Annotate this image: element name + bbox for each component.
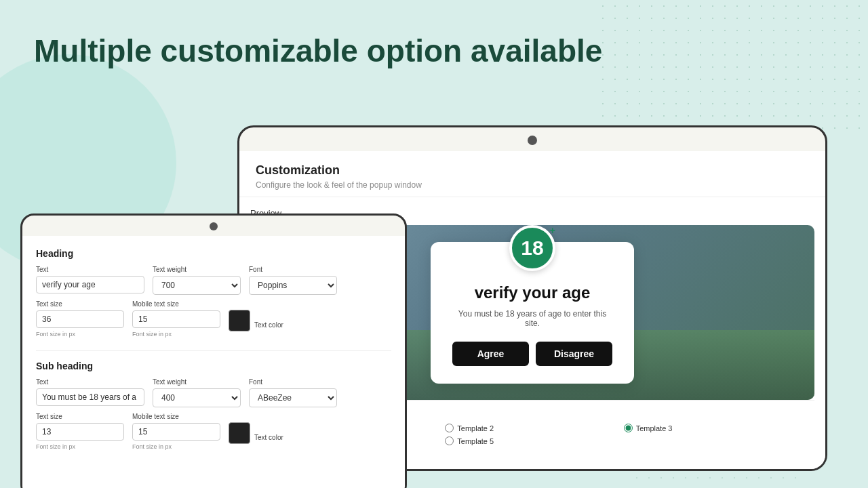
subheading-mobile-size-hint: Font size in px xyxy=(132,443,220,450)
heading-size-label: Text size xyxy=(36,300,124,308)
heading-text-input[interactable] xyxy=(36,276,144,293)
tablet-front-screen: Heading Text Text weight 400 700 800 Fon… xyxy=(22,236,405,488)
subheading-color-label: Text color xyxy=(254,434,283,441)
heading-weight-group: Text weight 400 700 800 xyxy=(153,266,241,295)
subheading-font-label: Font xyxy=(249,378,337,386)
customization-title: Customization xyxy=(256,163,809,178)
customization-header: Customization Configure the look & feel … xyxy=(239,151,825,197)
heading-section-title: Heading xyxy=(36,248,391,259)
agree-button[interactable]: Agree xyxy=(452,342,529,366)
heading-font-group: Font Poppins Roboto Arial xyxy=(249,266,337,295)
subheading-weight-select[interactable]: 300 400 500 xyxy=(153,388,241,407)
template2-label: Template 2 xyxy=(457,424,494,432)
heading-size-group: Text size Font size in px xyxy=(36,300,124,338)
tablet-front: Heading Text Text weight 400 700 800 Fon… xyxy=(20,214,407,488)
heading-mobile-size-input[interactable] xyxy=(132,310,220,328)
radio-template5[interactable] xyxy=(445,436,454,445)
section-divider xyxy=(36,350,391,351)
subheading-text-label: Text xyxy=(36,378,144,386)
subheading-weight-label: Text weight xyxy=(153,378,241,386)
subheading-color-swatch[interactable] xyxy=(229,422,250,444)
subheading-mobile-size-input[interactable] xyxy=(132,423,220,441)
heading-row-2: Text size Font size in px Mobile text si… xyxy=(36,300,391,341)
template5-label: Template 5 xyxy=(457,437,494,445)
subheading-text-group: Text xyxy=(36,378,144,406)
heading-mobile-size-group: Mobile text size Font size in px xyxy=(132,300,220,338)
subheading-size-hint: Font size in px xyxy=(36,443,124,450)
heading-weight-label: Text weight xyxy=(153,266,241,273)
radio-template2[interactable] xyxy=(445,424,454,432)
heading-mobile-size-label: Mobile text size xyxy=(132,300,220,308)
age-verification-card: 18 verify your age You must be 18 years … xyxy=(431,242,634,384)
subheading-row-2: Text size Font size in px Mobile text si… xyxy=(36,413,391,453)
heading-size-hint: Font size in px xyxy=(36,331,124,338)
heading-color-label: Text color xyxy=(254,321,283,329)
disagree-button[interactable]: Disagree xyxy=(536,342,612,366)
radio-template3[interactable] xyxy=(624,424,633,432)
subheading-mobile-size-group: Mobile text size Font size in px xyxy=(132,413,220,450)
layout-option-template3[interactable]: Template 3 xyxy=(624,424,798,432)
customization-subtitle: Configure the look & feel of the popup w… xyxy=(256,180,809,190)
subheading-weight-group: Text weight 300 400 500 xyxy=(153,378,241,407)
heading-font-label: Font xyxy=(249,266,337,273)
age-card-subtext: You must be 18 years of age to enter thi… xyxy=(452,309,612,328)
template3-label: Template 3 xyxy=(636,424,673,432)
subheading-size-label: Text size xyxy=(36,413,124,420)
heading-color-swatch[interactable] xyxy=(229,310,250,331)
heading-text-label: Text xyxy=(36,266,144,273)
subheading-mobile-size-label: Mobile text size xyxy=(132,413,220,420)
heading-text-group: Text xyxy=(36,266,144,293)
subheading-size-group: Text size Font size in px xyxy=(36,413,124,450)
age-badge: 18 xyxy=(509,225,555,271)
bg-dots-top-right xyxy=(597,0,868,136)
main-title: Multiple customizable option available xyxy=(34,34,602,68)
subheading-text-input[interactable] xyxy=(36,388,144,406)
layout-option-template5[interactable]: Template 5 xyxy=(445,436,619,445)
age-card-heading: verify your age xyxy=(452,283,612,302)
layout-option-template2[interactable]: Template 2 xyxy=(445,424,619,432)
subheading-section-title: Sub heading xyxy=(36,361,391,371)
heading-font-select[interactable]: Poppins Roboto Arial xyxy=(249,276,337,295)
custom-panel: Heading Text Text weight 400 700 800 Fon… xyxy=(22,236,405,488)
tablet-front-camera xyxy=(210,222,218,230)
heading-row-1: Text Text weight 400 700 800 Font Poppin… xyxy=(36,266,391,295)
heading-size-input[interactable] xyxy=(36,310,124,328)
heading-weight-select[interactable]: 400 700 800 xyxy=(153,276,241,295)
subheading-font-group: Font ABeeZee Poppins Roboto xyxy=(249,378,337,407)
subheading-size-input[interactable] xyxy=(36,423,124,441)
subheading-row-1: Text Text weight 300 400 500 Font ABeeZe… xyxy=(36,378,391,407)
subheading-font-select[interactable]: ABeeZee Poppins Roboto xyxy=(249,388,337,407)
age-card-buttons: Agree Disagree xyxy=(452,342,612,366)
heading-mobile-size-hint: Font size in px xyxy=(132,331,220,338)
tablet-back-camera xyxy=(528,136,537,145)
age-number: 18 xyxy=(521,237,543,260)
